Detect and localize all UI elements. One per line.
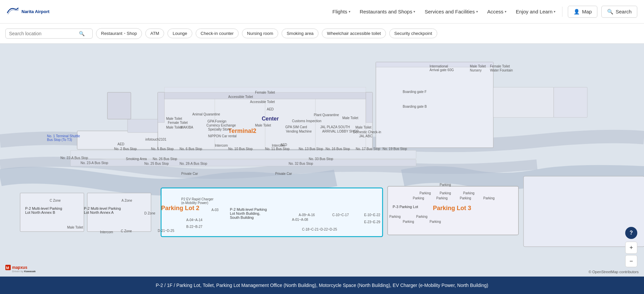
svg-rect-20: [87, 193, 151, 232]
nav-services-label: Services and Facilities: [425, 9, 475, 14]
bottom-bar-text: P-2 / 1F / Parking Lot, Toilet, Parking …: [156, 283, 488, 288]
search-location-input[interactable]: [9, 31, 76, 36]
nav-flights-label: Flights: [332, 9, 347, 14]
svg-text:M: M: [6, 266, 9, 270]
chevron-down-icon: ▾: [554, 10, 555, 13]
map-button-label: Map: [582, 9, 592, 14]
bottom-info-bar: P-2 / 1F / Parking Lot, Toilet, Parking …: [0, 277, 644, 294]
filter-chip-atm[interactable]: ATM: [145, 29, 164, 38]
svg-rect-16: [376, 62, 493, 67]
filter-chip-checkin[interactable]: Check-in counter: [196, 29, 239, 38]
search-icon: 🔍: [607, 9, 613, 15]
svg-rect-17: [493, 87, 554, 117]
zoom-in-button[interactable]: +: [625, 242, 637, 254]
svg-rect-3: [158, 92, 164, 122]
map-button[interactable]: 👤 Map: [568, 6, 597, 18]
nav-services[interactable]: Services and Facilities ▾: [420, 7, 482, 16]
logo-text: Narita Airport: [21, 9, 49, 14]
svg-rect-12: [128, 119, 158, 133]
filter-chip-lounge[interactable]: Lounge: [167, 29, 192, 38]
svg-rect-15: [376, 62, 493, 148]
svg-rect-4: [366, 92, 373, 122]
chevron-down-icon: ▾: [349, 10, 350, 13]
svg-rect-21: [388, 186, 518, 235]
logo-icon: [7, 6, 19, 17]
chevron-down-icon: ▾: [413, 10, 415, 13]
filter-chip-restaurant[interactable]: Restaurant・Shop: [96, 28, 142, 39]
filter-bar: 🔍 Restaurant・Shop ATM Lounge Check-in co…: [0, 23, 644, 44]
svg-text:Driven by: Driven by: [12, 270, 23, 273]
map-container[interactable]: Terminal2CenterParking Lot 2Parking Lot …: [0, 44, 644, 294]
nav-restaurants-label: Restaurants and Shops: [360, 9, 412, 14]
svg-rect-1: [161, 188, 383, 237]
map-controls: ? + −: [625, 227, 637, 267]
nav-divider: [562, 7, 562, 17]
svg-rect-11: [77, 131, 158, 149]
filter-chip-security[interactable]: Security checkpoint: [389, 29, 437, 38]
search-location-icon[interactable]: 🔍: [79, 31, 85, 36]
nav-restaurants[interactable]: Restaurants and Shops ▾: [356, 7, 419, 16]
zoom-out-button[interactable]: −: [625, 255, 637, 267]
svg-rect-23: [107, 92, 131, 119]
svg-rect-10: [164, 87, 366, 92]
chevron-down-icon: ▾: [505, 10, 506, 13]
osm-attribution: © OpenStreetMap contributors: [589, 270, 639, 274]
nav-flights[interactable]: Flights ▾: [328, 7, 354, 16]
logo[interactable]: Narita Airport: [7, 6, 49, 17]
search-button-label: Search: [615, 9, 632, 14]
filter-chip-wheelchair[interactable]: Wheelchair accessible toilet: [322, 29, 386, 38]
nav-access[interactable]: Access ▾: [483, 7, 510, 16]
nav: Flights ▾ Restaurants and Shops ▾ Servic…: [328, 6, 637, 18]
header: Narita Airport Flights ▾ Restaurants and…: [0, 0, 644, 23]
svg-rect-19: [20, 193, 84, 232]
svg-text:Kawasaki: Kawasaki: [24, 270, 36, 273]
search-button[interactable]: 🔍 Search: [601, 6, 637, 18]
filter-chip-nursing[interactable]: Nursing room: [242, 29, 278, 38]
nav-access-label: Access: [487, 9, 503, 14]
nav-enjoy[interactable]: Enjoy and Learn ▾: [512, 7, 559, 16]
chevron-down-icon: ▾: [476, 10, 478, 13]
nav-enjoy-label: Enjoy and Learn: [516, 9, 552, 14]
svg-rect-14: [70, 159, 416, 166]
search-location-container[interactable]: 🔍: [5, 29, 93, 39]
svg-rect-18: [554, 87, 587, 117]
svg-rect-13: [70, 150, 416, 159]
map-icon: 👤: [574, 9, 580, 15]
svg-text:mapxus: mapxus: [12, 265, 28, 270]
filter-chip-smoking[interactable]: Smoking area: [282, 29, 318, 38]
help-button[interactable]: ?: [625, 227, 637, 239]
svg-rect-5: [164, 92, 366, 99]
map-svg-wrapper: Terminal2CenterParking Lot 2Parking Lot …: [0, 44, 644, 274]
mapxus-logo: M mapxus Driven by Kawasaki: [5, 262, 36, 274]
